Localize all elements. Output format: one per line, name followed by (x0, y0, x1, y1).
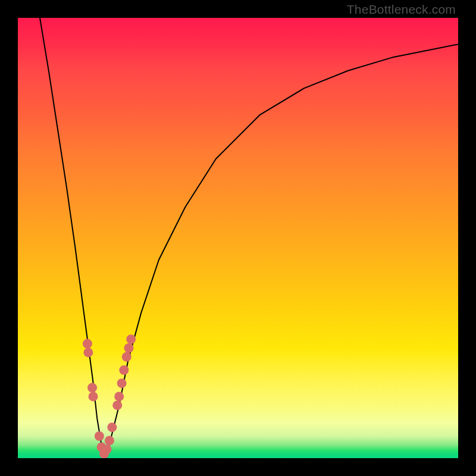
data-marker (122, 352, 131, 362)
bottleneck-curve (40, 18, 458, 458)
chart-frame: TheBottleneck.com (0, 0, 476, 476)
data-marker (119, 365, 129, 375)
data-marker (87, 383, 97, 393)
curve-layer (40, 18, 458, 458)
chart-svg (18, 18, 458, 458)
plot-area (18, 18, 458, 458)
data-marker (117, 378, 127, 388)
data-marker (107, 422, 117, 432)
data-marker (102, 444, 111, 454)
data-marker (114, 392, 124, 401)
data-marker (83, 347, 93, 357)
data-marker (95, 431, 104, 441)
watermark-text: TheBottleneck.com (347, 2, 456, 17)
marker-layer (83, 334, 136, 458)
data-marker (105, 436, 114, 445)
data-marker (83, 339, 92, 349)
data-marker (124, 343, 133, 353)
data-marker (112, 400, 122, 410)
data-marker (126, 334, 136, 344)
data-marker (89, 392, 98, 401)
